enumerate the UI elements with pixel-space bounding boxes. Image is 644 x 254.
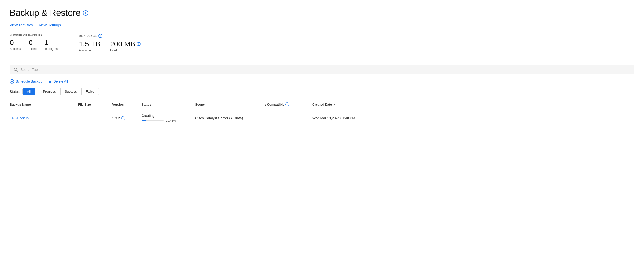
in-progress-label: In progress xyxy=(44,47,59,51)
cell-scope: Cisco Catalyst Center (All data) xyxy=(195,116,264,120)
status-filter-label: Status xyxy=(10,90,20,94)
disk-items: 1.5 TB Available 200 MB i Used xyxy=(79,40,140,52)
page-title: Backup & Restore xyxy=(10,8,80,18)
cell-backup-name[interactable]: EFT-Backup xyxy=(10,116,78,120)
used-label: Used xyxy=(110,49,140,52)
used-value: 200 MB i xyxy=(110,40,140,48)
backup-stat-items: 0 Success 0 Failed 1 In progress xyxy=(10,39,59,51)
backups-label: NUMBER OF BACKUPS xyxy=(10,34,59,37)
search-input[interactable] xyxy=(20,68,630,72)
backups-stat-group: NUMBER OF BACKUPS 0 Success 0 Failed 1 I… xyxy=(10,34,69,52)
cell-status: Creating 20.45% xyxy=(142,114,195,122)
trash-icon: 🗑 xyxy=(48,79,52,84)
progress-percentage: 20.45% xyxy=(166,119,176,122)
failed-stat: 0 Failed xyxy=(28,39,36,51)
progress-bar-wrap: 20.45% xyxy=(142,119,191,122)
stats-section: NUMBER OF BACKUPS 0 Success 0 Failed 1 I… xyxy=(10,34,634,58)
backup-table: Backup Name File Size Version Status Sco… xyxy=(10,100,634,127)
used-stat: 200 MB i Used xyxy=(110,40,140,52)
col-header-created-date[interactable]: Created Date ▼ xyxy=(312,102,634,106)
failed-value: 0 xyxy=(28,39,36,46)
schedule-backup-label: Schedule Backup xyxy=(16,79,42,83)
available-stat: 1.5 TB Available xyxy=(79,40,100,52)
status-filter: Status All In Progress Success Failed xyxy=(10,88,634,95)
progress-bar-background xyxy=(142,120,164,121)
in-progress-value: 1 xyxy=(44,39,59,46)
page-container: Backup & Restore i View Activities View … xyxy=(0,0,644,135)
search-icon xyxy=(14,67,18,72)
success-value: 0 xyxy=(10,39,21,46)
filter-tab-in-progress[interactable]: In Progress xyxy=(35,88,60,95)
search-bar xyxy=(10,65,634,74)
svg-point-0 xyxy=(14,68,17,71)
col-header-scope: Scope xyxy=(195,102,264,106)
table-row: EFT-Backup 1.3.2 i Creating 20.45% Cisco… xyxy=(10,109,634,127)
disk-stat-group: DISK USAGE i 1.5 TB Available 200 MB i U… xyxy=(79,34,140,52)
filter-tab-failed[interactable]: Failed xyxy=(82,88,99,95)
version-value: 1.3.2 xyxy=(112,116,120,120)
col-header-status: Status xyxy=(142,102,195,106)
progress-bar-fill xyxy=(142,120,146,121)
filter-tabs: All In Progress Success Failed xyxy=(22,88,99,95)
status-text: Creating xyxy=(142,114,191,117)
failed-label: Failed xyxy=(28,47,36,51)
is-compatible-info-icon[interactable]: i xyxy=(285,102,289,106)
page-title-row: Backup & Restore i xyxy=(10,8,634,18)
col-header-is-compatible: Is Compatible i xyxy=(264,102,312,106)
sort-icon: ▼ xyxy=(333,103,335,106)
in-progress-stat: 1 In progress xyxy=(44,39,59,51)
delete-all-label: Delete All xyxy=(54,79,68,83)
schedule-backup-button[interactable]: + Schedule Backup xyxy=(10,79,42,84)
available-label: Available xyxy=(79,49,100,52)
cell-created-date: Wed Mar 13,2024 01:40 PM xyxy=(312,116,634,120)
filter-tab-success[interactable]: Success xyxy=(60,88,82,95)
disk-label: DISK USAGE i xyxy=(79,34,140,38)
filter-tab-all[interactable]: All xyxy=(23,88,35,95)
available-value: 1.5 TB xyxy=(79,40,100,48)
view-settings-link[interactable]: View Settings xyxy=(39,23,61,27)
toolbar: + Schedule Backup 🗑 Delete All xyxy=(10,79,634,84)
success-label: Success xyxy=(10,47,21,51)
success-stat: 0 Success xyxy=(10,39,21,51)
view-activities-link[interactable]: View Activities xyxy=(10,23,33,27)
svg-line-1 xyxy=(16,70,18,71)
col-header-file-size: File Size xyxy=(78,102,112,106)
delete-all-button[interactable]: 🗑 Delete All xyxy=(48,79,68,84)
disk-info-icon[interactable]: i xyxy=(98,34,102,38)
plus-icon: + xyxy=(10,79,14,84)
version-info-icon[interactable]: i xyxy=(121,116,125,120)
col-header-backup-name: Backup Name xyxy=(10,102,78,106)
used-info-icon[interactable]: i xyxy=(137,42,140,46)
table-header: Backup Name File Size Version Status Sco… xyxy=(10,100,634,109)
col-header-version: Version xyxy=(112,102,142,106)
cell-version: 1.3.2 i xyxy=(112,116,142,120)
action-links: View Activities View Settings xyxy=(10,23,634,27)
page-info-icon[interactable]: i xyxy=(83,10,88,16)
